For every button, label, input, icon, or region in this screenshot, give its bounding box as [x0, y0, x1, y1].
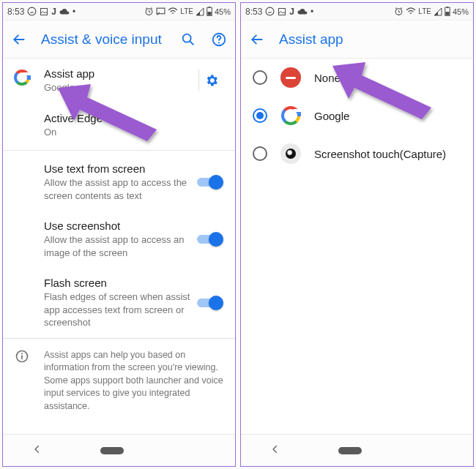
setting-use-screenshot[interactable]: Use screenshot Allow the assist app to a… [3, 211, 235, 268]
svg-rect-17 [447, 7, 449, 7]
app-bar: Assist app [241, 20, 473, 59]
svg-rect-11 [21, 355, 23, 359]
none-icon [280, 67, 301, 88]
screenshot-touch-icon [280, 143, 301, 164]
status-battery: 45% [215, 7, 231, 16]
status-time: 8:53 [7, 7, 24, 17]
dot-icon: • [72, 7, 75, 17]
setting-value: On [44, 126, 223, 139]
status-bar: 8:53 J • LTE 45% [241, 3, 473, 20]
toggle-switch[interactable] [197, 232, 223, 247]
dot-icon: • [310, 7, 313, 17]
search-icon[interactable] [179, 31, 197, 48]
gear-icon[interactable] [198, 70, 223, 91]
radio-button[interactable] [253, 108, 267, 123]
page-title: Assist & voice input [41, 31, 166, 48]
google-icon [280, 105, 301, 126]
nav-back-icon[interactable] [32, 444, 42, 457]
setting-desc: Allow the assist app to access an image … [44, 233, 197, 259]
alarm-icon [144, 7, 154, 16]
nav-bar [3, 434, 235, 466]
app-bar: Assist & voice input [3, 20, 235, 59]
whatsapp-icon [265, 7, 275, 16]
status-battery: 45% [453, 7, 469, 16]
setting-active-edge[interactable]: Active Edge On [3, 103, 235, 148]
music-icon: J [51, 7, 56, 17]
info-text: Assist apps can help you based on inform… [3, 338, 235, 424]
whatsapp-icon [27, 7, 37, 16]
svg-rect-14 [279, 8, 286, 15]
setting-title: Active Edge [44, 112, 223, 124]
nav-bar [241, 434, 473, 466]
nav-back-icon[interactable] [270, 444, 280, 457]
image-icon [278, 7, 286, 16]
cloud-icon [297, 8, 308, 15]
setting-desc: Allow the assist app to access the scree… [44, 176, 197, 202]
nav-home-pill[interactable] [100, 447, 124, 454]
option-label: None [314, 72, 341, 84]
svg-point-12 [21, 353, 23, 354]
cloud-icon [59, 8, 70, 15]
svg-rect-5 [209, 7, 211, 7]
svg-point-13 [266, 7, 274, 15]
google-icon [13, 69, 31, 86]
svg-rect-6 [207, 12, 211, 15]
music-icon: J [289, 7, 294, 17]
svg-point-0 [28, 7, 36, 15]
signal-icon [196, 7, 204, 16]
cast-icon [156, 7, 166, 15]
setting-assist-app[interactable]: Assist app Google [3, 59, 235, 103]
back-icon[interactable] [10, 31, 28, 48]
image-icon [40, 7, 48, 16]
svg-rect-1 [41, 8, 48, 15]
info-icon [15, 349, 29, 368]
nav-home-pill[interactable] [338, 447, 362, 454]
status-net: LTE [180, 7, 193, 15]
setting-desc: Flash edges of screen when assist app ac… [44, 290, 197, 329]
setting-use-text[interactable]: Use text from screen Allow the assist ap… [3, 154, 235, 211]
content-area: None Google Screenshot touch(Capture) [241, 59, 473, 434]
svg-rect-3 [157, 8, 165, 14]
alarm-icon [394, 7, 404, 16]
option-label: Screenshot touch(Capture) [314, 148, 446, 160]
setting-title: Assist app [44, 67, 198, 80]
battery-icon [207, 7, 212, 16]
back-icon[interactable] [248, 31, 266, 48]
info-message: Assist apps can help you based on inform… [44, 350, 223, 411]
svg-point-9 [218, 42, 220, 43]
page-title: Assist app [279, 31, 466, 48]
divider [3, 150, 235, 151]
setting-title: Use text from screen [44, 162, 197, 175]
phone-left: 8:53 J • LTE 45% Assist & voice input As… [2, 2, 236, 467]
status-time: 8:53 [245, 7, 262, 17]
wifi-icon [168, 7, 178, 15]
setting-title: Flash screen [44, 277, 197, 289]
status-net: LTE [418, 7, 431, 15]
status-bar: 8:53 J • LTE 45% [3, 3, 235, 20]
wifi-icon [406, 7, 416, 15]
setting-value: Google [44, 81, 198, 94]
setting-title: Use screenshot [44, 220, 197, 232]
battery-icon [445, 7, 450, 16]
phone-right: 8:53 J • LTE 45% Assist app None G [240, 2, 474, 467]
radio-button[interactable] [253, 146, 267, 161]
svg-point-7 [183, 34, 191, 42]
setting-flash-screen[interactable]: Flash screen Flash edges of screen when … [3, 268, 235, 338]
option-none[interactable]: None [241, 59, 473, 97]
option-screenshot-touch[interactable]: Screenshot touch(Capture) [241, 135, 473, 173]
toggle-switch[interactable] [197, 296, 223, 310]
option-label: Google [314, 110, 349, 122]
svg-rect-18 [445, 12, 449, 15]
content-area: Assist app Google Active Edge On Use tex… [3, 59, 235, 434]
signal-icon [434, 7, 442, 16]
option-google[interactable]: Google [241, 97, 473, 135]
radio-button[interactable] [253, 70, 267, 85]
help-icon[interactable] [210, 31, 228, 48]
toggle-switch[interactable] [197, 175, 223, 190]
